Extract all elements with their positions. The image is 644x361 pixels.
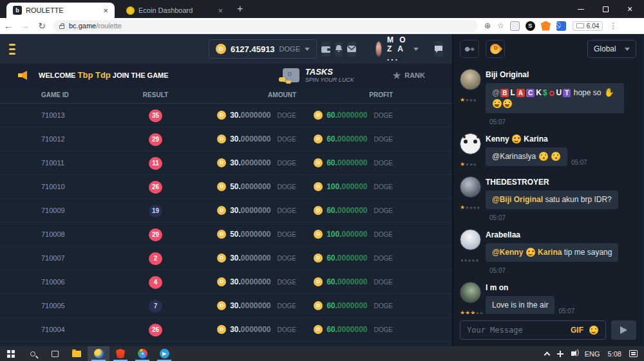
new-tab-button[interactable]: + (237, 3, 243, 15)
search-icon (30, 351, 35, 356)
chat-input-row: GIF (453, 314, 643, 346)
profit-cell: D60.0000000DOGE (296, 158, 393, 167)
task-view-button[interactable] (44, 346, 66, 361)
emoji-picker-icon[interactable] (589, 326, 598, 335)
avatar[interactable] (460, 176, 481, 198)
rain-button[interactable] (460, 40, 479, 58)
lock-icon[interactable] (59, 25, 64, 29)
result-badge: 29 (149, 133, 162, 146)
taskbar-search-button[interactable] (22, 346, 44, 361)
address-bar[interactable]: bc.game/roulette (53, 20, 478, 32)
chat-username[interactable]: Biji Original (486, 70, 638, 79)
table-row[interactable]: 710012 29 D30.0000000DOGE D60.0000000DOG… (0, 127, 452, 151)
extension-s-icon[interactable]: S (526, 21, 535, 31)
profit-cell: D60.0000000DOGE (296, 277, 393, 286)
site-header: D 6127.45913 DOGE M O Z A ... (0, 34, 452, 64)
taskbar-app-active[interactable] (88, 346, 109, 361)
message-input[interactable] (467, 326, 565, 335)
tab-label: Ecoin Dashboard (138, 6, 193, 14)
file-explorer-button[interactable] (66, 346, 88, 361)
action-center-icon[interactable] (629, 350, 638, 357)
clock[interactable]: 5:08 (608, 350, 621, 358)
messages-button[interactable] (347, 42, 356, 57)
wallet-button[interactable] (321, 42, 330, 57)
amount-cell: D30.0000000DOGE (193, 254, 296, 263)
tab-close-icon[interactable]: × (218, 6, 223, 15)
taskbar-app-chrome[interactable] (131, 346, 153, 361)
table-row[interactable]: 710007 2 D30.0000000DOGE D60.0000000DOGE (0, 246, 452, 270)
tab-label: ROULETTE (26, 6, 64, 14)
extension-blue-icon[interactable] (556, 21, 566, 31)
profit-cell: D60.0000000DOGE (296, 111, 393, 120)
table-row[interactable]: 710004 26 D30.0000000DOGE D60.0000000DOG… (0, 318, 452, 342)
table-row[interactable]: 710011 11 D30.0000000DOGE D60.0000000DOG… (0, 151, 452, 175)
wallet-icon (321, 46, 330, 53)
avatar[interactable] (460, 69, 481, 90)
message-inputbox[interactable]: GIF (460, 320, 606, 340)
menu-hamburger-icon[interactable] (9, 41, 15, 57)
tasks-widget[interactable]: TASKS SPIN YOUR LUCK (283, 67, 354, 83)
table-row[interactable]: 710009 19 D30.0000000DOGE D60.0000000DOG… (0, 199, 452, 223)
chat-username[interactable]: I m on (486, 283, 638, 292)
forward-button[interactable]: → (17, 21, 33, 31)
chat-username[interactable]: Arabellaa (486, 230, 638, 239)
user-level-stars: ●●●●● (460, 253, 486, 264)
tab-roulette[interactable]: b ROULETTE × (6, 3, 115, 18)
user-level-stars: ★★★●● (460, 306, 486, 314)
browser-menu-icon[interactable]: ⋮ (609, 21, 617, 30)
balance-selector[interactable]: D 6127.45913 DOGE (209, 39, 317, 59)
device-tray-icon[interactable] (557, 351, 564, 357)
result-badge: 7 (149, 300, 162, 313)
share-icon[interactable]: ⊕ (484, 21, 491, 30)
table-row[interactable]: 710008 29 D50.0000000DOGE D100.000000DOG… (0, 223, 452, 246)
system-tray: ENG 5:08 (545, 350, 644, 358)
reload-button[interactable]: ↻ (33, 21, 50, 31)
send-button[interactable] (611, 320, 636, 340)
profile-menu[interactable]: M O Z A ... (375, 35, 419, 62)
language-indicator[interactable]: ENG (585, 350, 600, 358)
result-badge: 11 (149, 157, 162, 170)
chat-channel-label: Global (594, 44, 616, 53)
chat-bubble: @Biji Original satu akun brp IDR? (486, 190, 618, 209)
page-content: D 6127.45913 DOGE M O Z A ... (0, 34, 644, 346)
balance-amount: 6127.45913 (231, 44, 275, 54)
chat-channel-dropdown[interactable]: Global (587, 40, 636, 58)
notifications-button[interactable] (335, 42, 343, 57)
avatar[interactable] (460, 229, 481, 250)
extension-value-badge[interactable]: 6.04 (573, 21, 603, 31)
tasks-subtitle: SPIN YOUR LUCK (305, 77, 354, 83)
send-plane-icon (620, 326, 627, 334)
gif-button[interactable]: GIF (571, 326, 583, 335)
back-button[interactable]: ← (0, 21, 17, 31)
welcome-message: WELCOME Tbp Tdp JOIN THE GAME (39, 70, 169, 80)
table-row[interactable]: 710010 26 D50.0000000DOGE D100.000000DOG… (0, 175, 452, 199)
chat-message-list[interactable]: ★●●● Biji Original @BLACK$UT hope so ✋ 0… (453, 64, 643, 314)
window-close-button[interactable]: × (616, 0, 644, 18)
taskbar-app-brave[interactable] (109, 346, 131, 361)
chat-toggle-button[interactable] (434, 41, 443, 57)
col-profit: PROFIT (296, 91, 393, 98)
rank-widget[interactable]: ★ RANK (393, 70, 425, 80)
bookmark-star-icon[interactable]: ☆ (497, 21, 504, 30)
show-hidden-icons-chevron[interactable] (544, 351, 550, 358)
extension-cube-icon[interactable] (510, 21, 520, 31)
start-button[interactable] (0, 346, 22, 361)
table-row[interactable]: 710006 4 D30.0000000DOGE D60.0000000DOGE (0, 270, 452, 294)
avatar[interactable] (460, 133, 481, 154)
speaker-icon[interactable] (571, 351, 574, 356)
tab-close-icon[interactable]: × (103, 6, 108, 15)
chat-username[interactable]: Kenny Karina (486, 134, 638, 143)
bell-icon (335, 45, 343, 53)
ecoin-favicon (126, 6, 135, 15)
coin-drop-button[interactable] (486, 40, 505, 58)
tasks-title: TASKS (305, 67, 354, 77)
main-panel: D 6127.45913 DOGE M O Z A ... (0, 34, 453, 346)
table-row[interactable]: 710005 7 D30.0000000DOGE D60.0000000DOGE (0, 294, 452, 318)
chat-username[interactable]: THEDESTROYER (486, 178, 638, 187)
tab-ecoin-dashboard[interactable]: Ecoin Dashboard × (120, 3, 229, 18)
profit-cell: D60.0000000DOGE (296, 254, 393, 263)
avatar[interactable] (460, 282, 481, 303)
metamask-extension-icon[interactable] (541, 21, 551, 31)
taskbar-app-telegram[interactable] (153, 346, 175, 361)
table-row[interactable]: 710013 35 D30.0000000DOGE D60.0000000DOG… (0, 104, 452, 127)
